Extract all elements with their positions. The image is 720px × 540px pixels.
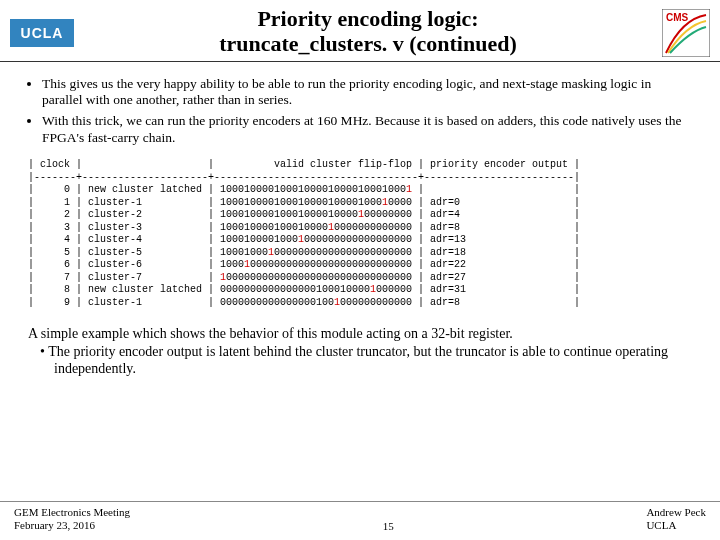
- cms-logo: CMS: [662, 9, 710, 57]
- footer-author: Andrew Peck: [646, 506, 706, 518]
- ucla-logo: UCLA: [10, 19, 74, 47]
- footer-affil: UCLA: [646, 519, 676, 531]
- footer-date: February 23, 2016: [14, 519, 95, 531]
- caption-subline: • The priority encoder output is latent …: [40, 343, 692, 378]
- footer-page: 15: [383, 516, 394, 532]
- timing-table: | clock | | valid cluster flip-flop | pr…: [28, 159, 692, 309]
- footer-meeting: GEM Electronics Meeting: [14, 506, 130, 518]
- slide-body: This gives us the very happy ability to …: [0, 62, 720, 378]
- caption-line: A simple example which shows the behavio…: [28, 326, 513, 341]
- bullet-item: This gives us the very happy ability to …: [42, 76, 692, 110]
- slide-title: Priority encoding logic: truncate_cluste…: [74, 6, 662, 61]
- slide-header: UCLA Priority encoding logic: truncate_c…: [0, 0, 720, 62]
- bullet-list: This gives us the very happy ability to …: [28, 76, 692, 148]
- footer-right: Andrew Peck UCLA: [646, 502, 706, 532]
- footer-left: GEM Electronics Meeting February 23, 201…: [14, 502, 130, 532]
- bullet-item: With this trick, we can run the priority…: [42, 113, 692, 147]
- slide-footer: GEM Electronics Meeting February 23, 201…: [0, 501, 720, 532]
- svg-text:CMS: CMS: [666, 12, 689, 23]
- title-line-2: truncate_clusters. v (continued): [219, 31, 517, 56]
- title-line-1: Priority encoding logic:: [257, 6, 478, 31]
- example-caption: A simple example which shows the behavio…: [28, 325, 692, 378]
